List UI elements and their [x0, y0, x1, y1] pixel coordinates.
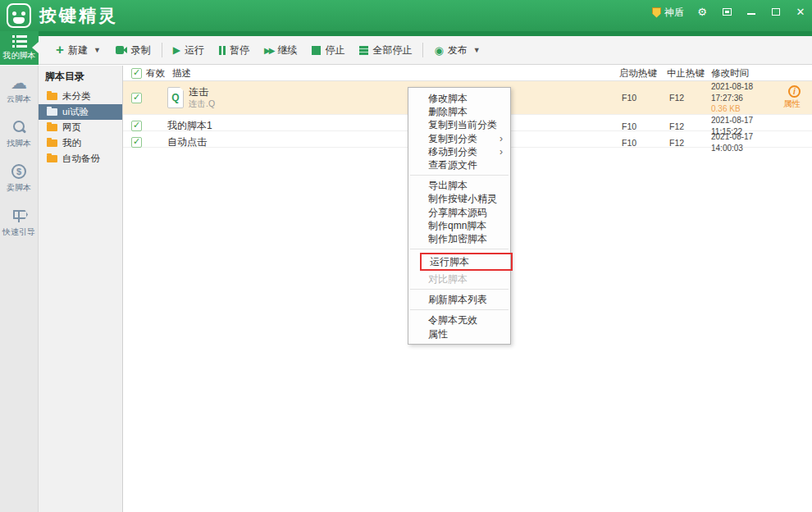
menu-separator [410, 249, 509, 249]
stop-icon [312, 46, 321, 55]
continue-button[interactable]: ▶▶ 继续 [257, 39, 304, 61]
start-hotkey: F10 [619, 138, 667, 148]
stop-all-button[interactable]: 全部停止 [352, 39, 419, 61]
minimize-button[interactable] [745, 6, 758, 19]
category-item-mine[interactable]: 我的 [39, 135, 122, 151]
chevron-down-icon: ▼ [94, 46, 101, 54]
menu-item-make-mini-elf[interactable]: 制作按键小精灵 [408, 192, 510, 205]
list-icon [12, 35, 27, 48]
active-tab-notch [32, 42, 39, 53]
menu-item-make-encrypted-script[interactable]: 制作加密脚本 [408, 232, 510, 245]
category-item-webpage[interactable]: 网页 [39, 120, 122, 135]
sidebar: ☁ 云脚本 找脚本 $ 卖脚本 快速引导 [0, 66, 39, 512]
sidebar-item-cloud-scripts[interactable]: ☁ 云脚本 [7, 75, 31, 105]
col-description: 描述 [166, 67, 619, 80]
app-logo-icon [7, 3, 31, 28]
menu-item-copy-to-category[interactable]: 复制到分类 [408, 132, 510, 145]
menu-item-modify-script[interactable]: 修改脚本 [408, 92, 510, 105]
script-file-icon: Q [167, 87, 184, 108]
new-script-button[interactable]: + 新建 ▼ [48, 39, 108, 61]
play-icon: ▶ [173, 44, 180, 56]
toolbar-separator [422, 43, 423, 57]
toolbar: + 新建 ▼ 录制 ▶ 运行 暂停 ▶▶ 继续 停止 全部停止 ◉ 发布 ▼ [39, 36, 812, 65]
menu-item-run-script[interactable]: 运行脚本 [422, 254, 511, 269]
menu-item-move-to-category[interactable]: 移动到分类 [408, 145, 510, 158]
menu-item-invalidate-script[interactable]: 令脚本无效 [408, 313, 510, 327]
publish-button[interactable]: ◉ 发布 ▼ [427, 39, 487, 61]
col-valid: 有效 [146, 67, 165, 80]
pause-button[interactable]: 暂停 [212, 39, 257, 61]
col-start-hotkey: 启动热键 [619, 67, 667, 80]
menu-item-compare-script: 对比脚本 [408, 272, 510, 286]
pause-icon [219, 46, 226, 55]
sidebar-item-sell-scripts[interactable]: $ 卖脚本 [7, 164, 31, 194]
script-filename: 连击.Q [189, 98, 215, 109]
abort-hotkey: F12 [667, 138, 711, 148]
menu-item-properties[interactable]: 属性 [408, 327, 510, 341]
category-panel-title: 脚本目录 [39, 66, 122, 89]
modified-time: 2021-08-18 17:27:36 [711, 81, 783, 103]
menu-separator [410, 289, 509, 290]
shield-icon [652, 7, 661, 18]
plus-icon: + [56, 44, 64, 56]
dollar-icon: $ [11, 164, 26, 179]
menu-item-refresh-script-list[interactable]: 刷新脚本列表 [408, 293, 510, 306]
menu-item-copy-to-current-category[interactable]: 复制到当前分类 [408, 118, 510, 131]
script-title: 自动点击 [167, 136, 207, 149]
record-button[interactable]: 录制 [108, 39, 158, 61]
menu-separator [410, 309, 509, 310]
select-all-checkbox[interactable] [131, 68, 142, 79]
run-button[interactable]: ▶ 运行 [166, 39, 212, 61]
script-title: 连击 [189, 86, 215, 98]
abort-hotkey: F12 [667, 121, 711, 131]
maximize-icon [772, 8, 780, 16]
row-checkbox[interactable] [131, 137, 142, 148]
context-menu: 修改脚本 删除脚本 复制到当前分类 复制到分类 移动到分类 查看源文件 导出脚本… [408, 87, 511, 345]
tray-window-icon[interactable] [720, 6, 733, 19]
titlebar: 按键精灵 神盾 ⚙ ✕ [0, 0, 812, 31]
modified-time: 2021-08-17 14:00:03 [711, 131, 783, 153]
category-panel: 脚本目录 未分类 ui试验 网页 我的 自动备份 [39, 66, 123, 512]
abort-hotkey: F12 [667, 93, 711, 103]
menu-item-share-source-code[interactable]: 分享脚本源码 [408, 206, 510, 219]
info-icon[interactable]: i [788, 85, 801, 98]
menu-separator [410, 175, 509, 176]
col-modified: 修改时间 [711, 67, 783, 80]
gear-icon[interactable]: ⚙ [696, 6, 709, 19]
menu-item-delete-script[interactable]: 删除脚本 [408, 105, 510, 118]
col-abort-hotkey: 中止热键 [667, 67, 711, 80]
category-item-auto-backup[interactable]: 自动备份 [39, 151, 122, 167]
maximize-button[interactable] [769, 6, 782, 19]
menu-item-view-source-file[interactable]: 查看源文件 [408, 158, 510, 171]
app-title: 按键精灵 [39, 4, 118, 27]
toolbar-separator [162, 43, 162, 57]
row-checkbox[interactable] [131, 121, 142, 131]
folder-icon [47, 93, 57, 100]
table-header-row: 有效 描述 启动热键 中止热键 修改时间 [123, 66, 812, 81]
sidebar-item-quick-guide[interactable]: 快速引导 [2, 208, 35, 238]
folder-icon [47, 139, 57, 147]
stop-all-icon [359, 46, 368, 55]
shield-label: 神盾 [664, 6, 684, 20]
row-checkbox[interactable] [131, 93, 142, 103]
folder-icon [47, 108, 57, 116]
category-item-selected[interactable]: ui试验 [39, 104, 122, 120]
menu-item-make-qmn-script[interactable]: 制作qmn脚本 [408, 219, 510, 232]
sidebar-item-find-scripts[interactable]: 找脚本 [7, 120, 31, 149]
properties-label: 属性 [783, 98, 801, 110]
menu-item-export-script[interactable]: 导出脚本 [408, 179, 510, 192]
shield-button[interactable]: 神盾 [652, 6, 684, 20]
stop-button[interactable]: 停止 [304, 39, 352, 61]
fast-forward-icon: ▶▶ [264, 46, 273, 55]
minimize-icon [747, 13, 755, 15]
signpost-icon [11, 208, 26, 223]
sidebar-item-label: 我的脚本 [3, 50, 36, 62]
category-item-uncategorized[interactable]: 未分类 [39, 89, 122, 104]
titlebar-controls: 神盾 ⚙ ✕ [652, 0, 807, 25]
start-hotkey: F10 [619, 93, 667, 103]
script-title: 我的脚本1 [167, 120, 212, 132]
close-button[interactable]: ✕ [794, 6, 807, 19]
start-hotkey: F10 [619, 121, 667, 131]
folder-icon [47, 124, 57, 131]
search-icon [11, 120, 26, 135]
